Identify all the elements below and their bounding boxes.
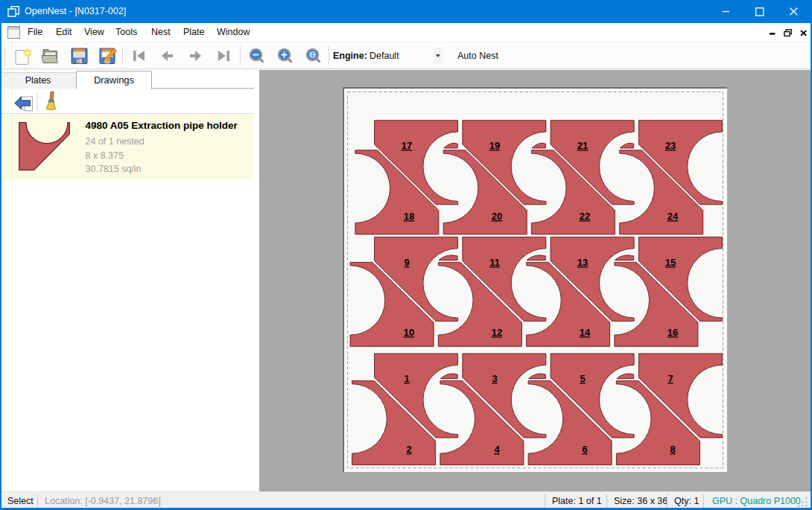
svg-text:11: 11 [489,257,500,268]
svg-text:3: 3 [492,373,497,384]
svg-text:15: 15 [665,257,676,268]
svg-text:23: 23 [665,140,676,151]
svg-text:14: 14 [580,327,591,338]
svg-text:12: 12 [492,327,502,338]
svg-text:6: 6 [582,444,587,455]
svg-text:2: 2 [406,444,411,455]
svg-text:7: 7 [667,373,673,384]
svg-text:21: 21 [577,140,588,151]
svg-text:10: 10 [404,327,414,338]
svg-text:13: 13 [577,257,588,268]
svg-text:9: 9 [404,257,409,268]
svg-text:22: 22 [580,211,590,222]
svg-text:4: 4 [494,444,500,455]
svg-text:5: 5 [580,373,585,384]
svg-text:8: 8 [670,444,675,455]
svg-text:16: 16 [667,327,678,338]
svg-text:1: 1 [404,373,409,384]
svg-text:18: 18 [404,211,414,222]
svg-text:24: 24 [667,211,679,222]
svg-text:20: 20 [492,211,502,222]
svg-text:17: 17 [402,140,412,151]
svg-text:19: 19 [489,140,500,151]
